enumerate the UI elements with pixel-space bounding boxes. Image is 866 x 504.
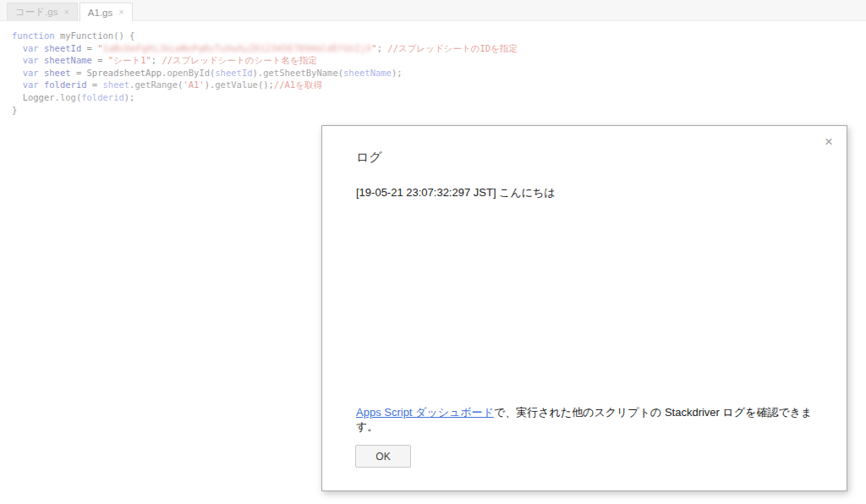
ok-button[interactable]: OK	[355, 445, 411, 468]
dialog-footer-note: Apps Script ダッシュボードで、実行された他のスクリプトの Stack…	[356, 405, 813, 434]
log-dialog: × ログ [19-05-21 23:07:32:297 JST] こんにちは A…	[321, 125, 847, 491]
close-icon[interactable]: ×	[825, 134, 833, 149]
apps-script-dashboard-link[interactable]: Apps Script ダッシュボード	[356, 406, 494, 419]
log-output-area: [19-05-21 23:07:32:297 JST] こんにちは	[322, 166, 847, 200]
apps-script-editor-screen: コード.gs × A1.gs × function myFunction() {…	[0, 0, 866, 504]
dialog-title: ログ	[322, 126, 847, 166]
log-entry: [19-05-21 23:07:32:297 JST] こんにちは	[356, 185, 813, 200]
